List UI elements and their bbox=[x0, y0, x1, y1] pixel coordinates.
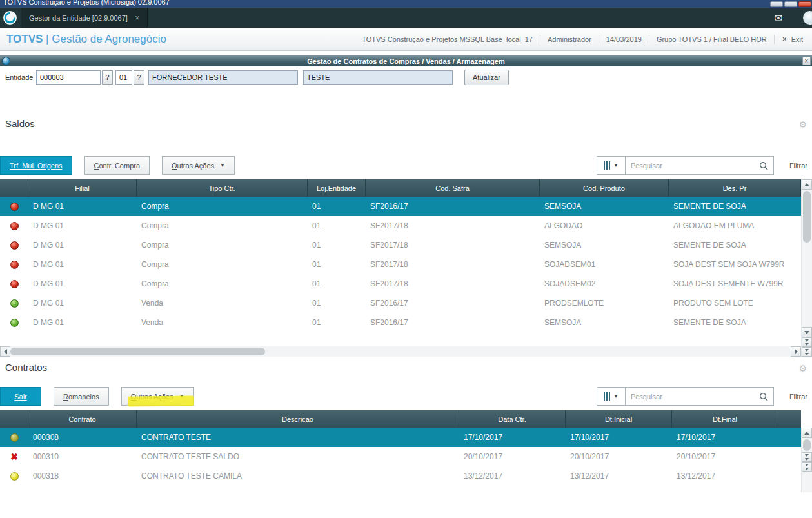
saldos-horizontal-scrollbar bbox=[0, 346, 801, 357]
column-header-status[interactable] bbox=[0, 410, 28, 428]
column-header-dt-final[interactable]: Dt.Final bbox=[672, 410, 778, 428]
scroll-thumb[interactable] bbox=[803, 439, 811, 451]
cell-data-ctr: 20/10/2017 bbox=[459, 447, 566, 466]
window-controls bbox=[770, 1, 811, 7]
saldos-table-row[interactable]: D MG 01 Compra 01 SF2017/18 SEMSOJA SEME… bbox=[0, 235, 801, 255]
cell-safra: SF2016/17 bbox=[366, 294, 540, 313]
jump-end-button[interactable] bbox=[802, 347, 812, 357]
column-header-status[interactable] bbox=[0, 179, 28, 197]
contratos-toolbar-right: ▼ Filtrar bbox=[597, 387, 812, 406]
contr-compra-button[interactable]: Contr. Compra bbox=[84, 156, 150, 175]
scroll-up-button[interactable] bbox=[802, 179, 812, 190]
contratos-table-row[interactable]: ✖ 000310 CONTRATO TESTE SALDO 20/10/2017… bbox=[0, 447, 801, 466]
refresh-button[interactable]: Atualizar bbox=[464, 70, 509, 85]
scroll-track[interactable] bbox=[802, 438, 812, 452]
tab-gestor-da-entidade[interactable]: Gestor da Entidade [02.9.0067] × bbox=[21, 8, 148, 28]
exit-button[interactable]: × Exit bbox=[774, 35, 808, 44]
mail-icon[interactable]: ✉ bbox=[774, 12, 782, 24]
scroll-right-button[interactable] bbox=[791, 346, 801, 357]
column-header-cod-safra[interactable]: Cod. Safra bbox=[366, 179, 540, 197]
entity-code-lookup-button[interactable]: ? bbox=[102, 70, 113, 85]
romaneios-button[interactable]: Romaneios bbox=[54, 387, 109, 406]
page-down-button[interactable] bbox=[802, 337, 812, 347]
scroll-track[interactable] bbox=[802, 472, 812, 492]
contratos-table-row[interactable]: 000318 CONTRATO TESTE CAMILA 13/12/2017 … bbox=[0, 466, 801, 486]
column-header-contrato[interactable]: Contrato bbox=[28, 410, 137, 428]
status-green-icon bbox=[10, 299, 19, 308]
saldos-table-row[interactable]: D MG 01 Venda 01 SF2016/17 SEMSOJA SEMEN… bbox=[0, 313, 801, 332]
scroll-up-button[interactable] bbox=[802, 428, 812, 438]
cell-filial: D MG 01 bbox=[28, 294, 137, 313]
scroll-track[interactable] bbox=[10, 346, 791, 357]
saldos-table-row[interactable]: D MG 01 Compra 01 SF2017/18 ALGODAO ALGO… bbox=[0, 216, 801, 235]
entity-label: Entidade bbox=[5, 74, 35, 81]
contratos-search-input[interactable] bbox=[631, 393, 759, 401]
column-header-des-produto[interactable]: Des. Pr bbox=[669, 179, 801, 197]
saldos-column-picker-button[interactable]: ▼ bbox=[597, 156, 626, 175]
contratos-settings-gear-icon[interactable]: ⚙ bbox=[798, 363, 807, 374]
status-cell bbox=[0, 294, 28, 313]
user-label: Administrador bbox=[540, 35, 599, 43]
column-header-data-ctr[interactable]: Data Ctr. bbox=[459, 410, 566, 428]
entity-shortname-field[interactable] bbox=[303, 70, 453, 85]
saldos-filter-link[interactable]: Filtrar bbox=[789, 162, 807, 170]
saldos-settings-gear-icon[interactable]: ⚙ bbox=[798, 119, 807, 130]
entity-store-lookup-button[interactable]: ? bbox=[134, 70, 144, 85]
panel-close-icon[interactable]: × bbox=[802, 57, 811, 65]
trf-mul-origens-label: Trf. Mul. Origens bbox=[10, 162, 63, 170]
cell-dt-inicial: 17/10/2017 bbox=[566, 428, 672, 447]
column-header-dt-inicial[interactable]: Dt.Inicial bbox=[566, 410, 672, 428]
maximize-button[interactable] bbox=[784, 1, 797, 7]
close-button[interactable] bbox=[798, 1, 811, 7]
status-red-x-icon: ✖ bbox=[10, 452, 18, 461]
contratos-section-title: Contratos bbox=[5, 362, 47, 373]
cell-safra: SF2016/17 bbox=[366, 313, 540, 332]
column-header-cod-produto[interactable]: Cod. Produto bbox=[540, 179, 669, 197]
column-header-filial[interactable]: Filial bbox=[28, 179, 137, 197]
cell-produto: SEMSOJA bbox=[540, 235, 669, 255]
search-icon[interactable] bbox=[759, 161, 768, 170]
cell-extra bbox=[778, 428, 801, 447]
tab-close-icon[interactable]: × bbox=[135, 14, 140, 22]
entity-store-input[interactable] bbox=[115, 70, 132, 85]
group-branch-label: Grupo TOTVS 1 / Filial BELO HOR bbox=[649, 35, 774, 43]
cell-safra: SF2017/18 bbox=[366, 235, 540, 255]
cell-loja: 01 bbox=[308, 216, 366, 235]
saldos-toolbar-right: ▼ Filtrar bbox=[597, 156, 812, 175]
column-header-tipo-ctr[interactable]: Tipo Ctr. bbox=[137, 179, 308, 197]
contratos-outras-acoes-button[interactable]: Outras Ações ▼ bbox=[121, 387, 194, 406]
sair-button[interactable]: Sair bbox=[0, 387, 41, 406]
trf-mul-origens-button[interactable]: Trf. Mul. Origens bbox=[0, 156, 72, 175]
tab-bar: Gestor da Entidade [02.9.0067] × ✉ bbox=[0, 8, 812, 28]
entity-name-field[interactable] bbox=[148, 70, 298, 85]
jump-end-button[interactable] bbox=[802, 462, 812, 472]
entity-code-input[interactable] bbox=[36, 70, 101, 85]
saldos-table-row[interactable]: D MG 01 Compra 01 SF2017/18 SOJADSEM01 S… bbox=[0, 255, 801, 274]
saldos-vertical-scrollbar bbox=[801, 179, 812, 357]
column-header-loj-entidade[interactable]: Loj.Entidade bbox=[308, 179, 366, 197]
panel-title: Gestão de Contratos de Compras / Vendas … bbox=[0, 57, 812, 65]
scroll-left-button[interactable] bbox=[0, 346, 10, 357]
search-icon[interactable] bbox=[759, 392, 768, 401]
scroll-track[interactable] bbox=[802, 190, 812, 327]
saldos-search-input[interactable] bbox=[631, 162, 759, 170]
saldos-table-row[interactable]: D MG 01 Compra 01 SF2017/18 SOJADSEM02 S… bbox=[0, 274, 801, 294]
window-title: TOTVS Construção e Projetos (Microsiga) … bbox=[3, 0, 170, 6]
cell-loja: 01 bbox=[308, 294, 366, 313]
minimize-button[interactable] bbox=[770, 1, 783, 7]
scroll-thumb[interactable] bbox=[10, 348, 265, 355]
help-circle-icon[interactable] bbox=[803, 11, 812, 25]
scroll-thumb[interactable] bbox=[803, 191, 811, 243]
contratos-filter-link[interactable]: Filtrar bbox=[789, 393, 807, 401]
brand-module: Gestão de Agronegócio bbox=[52, 33, 166, 45]
saldos-table-row[interactable]: D MG 01 Venda 01 SF2016/17 PRODSEMLOTE P… bbox=[0, 294, 801, 313]
page-down-button[interactable] bbox=[802, 452, 812, 462]
contratos-column-picker-button[interactable]: ▼ bbox=[597, 387, 626, 406]
column-header-descricao[interactable]: Descricao bbox=[137, 410, 459, 428]
scroll-down-button[interactable] bbox=[802, 327, 812, 337]
status-red-icon bbox=[10, 241, 19, 250]
contratos-table-row[interactable]: 000308 CONTRATO TESTE 17/10/2017 17/10/2… bbox=[0, 428, 801, 447]
totvs-logo-icon[interactable] bbox=[3, 11, 17, 25]
saldos-table-row[interactable]: D MG 01 Compra 01 SF2016/17 SEMSOJA SEME… bbox=[0, 197, 801, 216]
saldos-outras-acoes-button[interactable]: Outras Ações ▼ bbox=[162, 156, 235, 175]
